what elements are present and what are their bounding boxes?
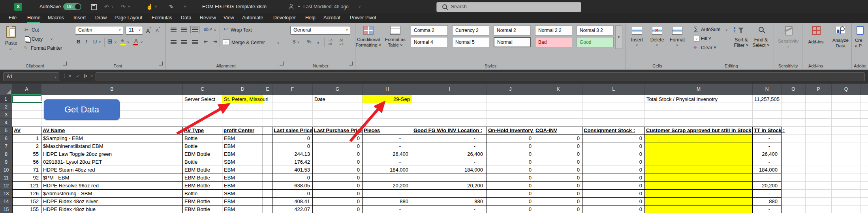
tab-data[interactable]: Data [181,13,191,22]
cell-h15[interactable]: - [363,206,412,213]
table-header-c5[interactable]: AV Type [183,127,222,135]
share-person-icon[interactable] [288,4,294,9]
undo-icon[interactable]: ↶ [104,0,109,13]
cell-i8[interactable]: 26,400 [412,150,487,158]
col-header-d[interactable]: D [222,84,263,95]
cell-f14[interactable]: 408.41 [272,198,313,206]
create-pdf-button[interactable]: Cre [855,38,862,43]
cell-j11[interactable]: 0 [487,174,534,182]
table-header-e5[interactable] [263,127,272,135]
cell-m14[interactable] [645,198,753,206]
font-name-select[interactable]: Calibri ˅ [75,26,123,35]
tab-file[interactable]: File [9,13,17,22]
cell-g13[interactable]: 0 [313,190,363,198]
cell-n12[interactable]: 20,200 [753,182,782,190]
cell-i9[interactable]: - [412,158,487,166]
conditional-formatting-button-2[interactable]: Formatting ˅ [355,43,381,47]
cell-d11[interactable]: EBM [222,174,263,182]
col-header-o[interactable]: O [782,84,806,95]
cell-h12[interactable]: 20,200 [363,182,412,190]
cell-b12[interactable]: HDPE Resolve 96oz red [41,182,183,190]
cell-f9[interactable]: 176.42 [272,158,313,166]
cell-k14[interactable]: 0 [534,198,582,206]
cell-n15[interactable]: - [753,206,782,213]
cell-i10[interactable]: 184,000 [412,166,487,174]
redo-chevron-icon[interactable]: ˅ [128,0,130,13]
cell-d6[interactable]: EBM [222,135,263,142]
cell-n13[interactable]: - [753,190,782,198]
cell-k15[interactable]: 0 [534,206,582,213]
style-chip-currency-2[interactable]: Currency 2 [452,25,489,36]
cell-b8[interactable]: HDPE Law Toggle 28oz green [41,150,183,158]
name-box[interactable]: A1 ˅ [3,72,59,81]
cell-e14[interactable] [263,198,272,206]
style-chip-normal-3-2[interactable]: Normal 3 2 [577,25,614,36]
cell-a15[interactable]: 155 [12,206,41,213]
increase-font-icon[interactable]: Aˆ [146,26,151,34]
cell-a13[interactable]: 126 [12,190,41,198]
cell-i13[interactable]: - [412,190,487,198]
cell-g11[interactable]: 0 [313,174,363,182]
style-chip-comma-2[interactable]: Comma 2 [411,25,448,36]
align-left-icon[interactable] [171,40,177,44]
format-painter-button[interactable]: Format Painter [31,45,62,51]
cell-g10[interactable]: 0 [313,166,363,174]
style-gallery-more-icon[interactable]: ▾ [615,25,622,49]
cell-b6[interactable]: $Sampling - EBM [41,135,183,142]
undo-chevron-icon[interactable]: ˅ [111,0,113,13]
cell-m9[interactable] [645,158,753,166]
cell-l14[interactable]: 0 [582,198,645,206]
cell-m11[interactable] [645,174,753,182]
col-header-a[interactable]: A [12,84,41,95]
cell-k9[interactable]: 0 [534,158,582,166]
paste-button[interactable]: Paste [5,40,17,46]
row-header-10[interactable]: 10 [0,166,12,174]
table-header-d5[interactable]: profit Center [222,127,263,135]
cell-g7[interactable]: 0 [313,142,363,150]
cell-b7[interactable]: $Maschinenstillstand EBM [41,142,183,150]
cell-a14[interactable]: 152 [12,198,41,206]
formula-input[interactable] [96,72,865,81]
fx-chevron-icon[interactable]: ˅ [91,74,93,78]
cell-e8[interactable] [263,150,272,158]
last-modified-chevron-icon[interactable]: ˅ [359,0,361,13]
cell-n10[interactable]: 184,000 [753,166,782,174]
clipboard-dialog-launcher[interactable] [63,62,67,65]
cell-e13[interactable] [263,190,272,198]
number-format-select[interactable]: General ˅ [290,26,350,35]
underline-button[interactable]: U [93,39,97,45]
tab-draw[interactable]: Draw [95,13,107,22]
redo-icon[interactable]: ↷ [121,0,126,13]
tab-insert[interactable]: Insert [73,13,86,22]
cell-j10[interactable]: 0 [487,166,534,174]
cell-l7[interactable]: 0 [582,142,645,150]
align-right-icon[interactable] [192,40,198,44]
cell-h14[interactable]: 880 [363,198,412,206]
cell-k7[interactable]: 0 [534,142,582,150]
cell-m12[interactable] [645,182,753,190]
tab-review[interactable]: Review [200,13,216,22]
table-header-i5[interactable]: Good FG W/o INV Location : [412,127,487,135]
table-header-n5[interactable]: TT in Stock : [753,127,782,135]
number-dialog-launcher[interactable] [349,62,353,65]
fill-button[interactable]: Fill ˅ [701,36,711,41]
merge-center-chevron-icon[interactable]: ˅ [277,41,279,45]
cell-c12[interactable]: EBM Bottle [183,182,222,190]
cell-d12[interactable]: EBM [222,182,263,190]
cell-c10[interactable]: EBM Bottle [183,166,222,174]
row-header-15[interactable]: 15 [0,206,12,213]
format-chevron-icon[interactable]: ˅ [676,43,678,47]
cell-d8[interactable]: EBM [222,150,263,158]
col-header-i[interactable]: I [412,84,487,95]
cell-n8[interactable]: 26,400 [753,150,782,158]
col-header-g[interactable]: G [313,84,363,95]
cell-d10[interactable]: EBM [222,166,263,174]
merge-center-button[interactable]: Merge & Center [231,40,265,45]
cell-f12[interactable]: 638.05 [272,182,313,190]
last-modified-label[interactable]: Last Modified: 4h ago [303,0,349,13]
touch-mode-chevron-icon[interactable]: ˅ [155,0,157,13]
tab-view[interactable]: View [224,13,234,22]
bold-button[interactable]: B [77,39,80,45]
clear-button[interactable]: Clear ˅ [701,45,716,50]
cell-c11[interactable]: EBM Bottle [183,174,222,182]
